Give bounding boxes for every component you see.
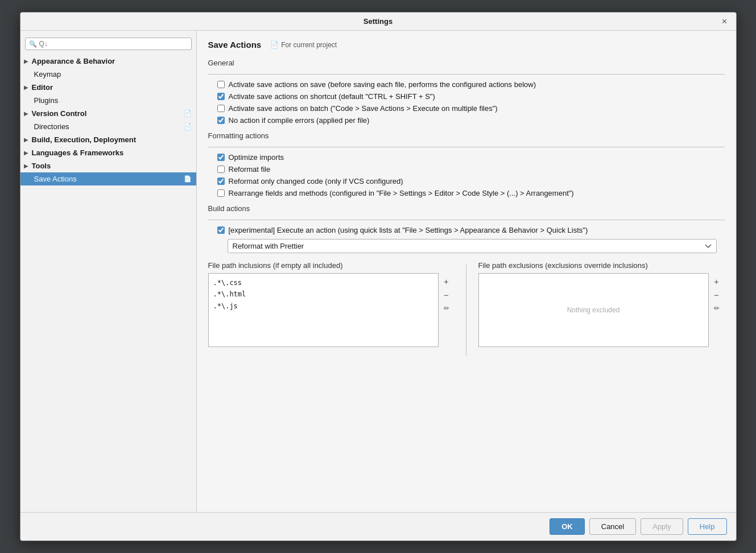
checkbox-row-cb2: Activate save actions on shortcut (defau… [208, 92, 725, 101]
dialog-title: Settings [363, 17, 393, 26]
exclusions-column: File path exclusions (exclusions overrid… [478, 261, 725, 356]
inclusions-edit-button[interactable]: ✏ [441, 303, 452, 314]
nav-item-label: Editor [32, 83, 53, 92]
build-label: Build actions [208, 204, 725, 213]
checkbox-cb3[interactable] [217, 105, 225, 112]
sidebar-item-directories[interactable]: Directories📄 [20, 120, 196, 133]
title-bar: Settings × [20, 13, 736, 31]
checkbox-cb9[interactable] [217, 226, 225, 234]
checkbox-label-cb4[interactable]: No action if compile errors (applied per… [229, 116, 370, 125]
checkbox-label-cb1[interactable]: Activate save actions on save (before sa… [229, 80, 536, 89]
nav-badge: 📄 [184, 110, 192, 117]
sidebar: 🔍 ▶Appearance & BehaviorKeymap▶EditorPlu… [20, 31, 197, 512]
checkbox-cb4[interactable] [217, 117, 225, 124]
ok-button[interactable]: OK [550, 518, 585, 535]
general-label: General [208, 59, 725, 67]
apply-button[interactable]: Apply [641, 518, 683, 535]
exclusions-remove-button[interactable]: − [711, 289, 722, 300]
build-section: Build actions [experimental] Execute an … [208, 204, 725, 253]
checkbox-label-cb7[interactable]: Reformat only changed code (only if VCS … [229, 177, 403, 185]
checkbox-cb1[interactable] [217, 81, 225, 88]
sidebar-item-editor[interactable]: ▶Editor [20, 81, 196, 94]
cancel-button[interactable]: Cancel [589, 518, 636, 535]
content-title: Save Actions [208, 40, 262, 49]
search-input[interactable] [39, 40, 188, 48]
formatting-checkboxes: Optimize importsReformat fileReformat on… [208, 153, 725, 197]
vertical-divider [466, 265, 466, 356]
nav-arrow-icon: ▶ [24, 110, 32, 117]
exclusions-add-button[interactable]: + [711, 275, 722, 287]
checkbox-cb2[interactable] [217, 93, 225, 100]
path-item: .*\.js [213, 300, 433, 312]
general-section: General Activate save actions on save (b… [208, 59, 725, 125]
nav-item-label: Plugins [34, 96, 59, 105]
sidebar-item-version-control[interactable]: ▶Version Control📄 [20, 107, 196, 120]
search-icon: 🔍 [29, 40, 37, 48]
sidebar-item-appearance[interactable]: ▶Appearance & Behavior [20, 55, 196, 68]
checkbox-label-cb5[interactable]: Optimize imports [229, 153, 284, 162]
checkbox-row-cb1: Activate save actions on save (before sa… [208, 80, 725, 89]
nav-item-label: Version Control [32, 109, 87, 118]
nav-item-label: Directories [34, 122, 69, 131]
help-button[interactable]: Help [688, 518, 727, 535]
sidebar-item-keymap[interactable]: Keymap [20, 68, 196, 81]
sidebar-item-save-actions[interactable]: Save Actions📄 [20, 172, 196, 185]
content-header: Save Actions 📄 For current project [208, 40, 725, 49]
general-divider [208, 74, 725, 75]
settings-dialog: Settings × 🔍 ▶Appearance & BehaviorKeyma… [20, 12, 737, 541]
sidebar-item-languages[interactable]: ▶Languages & Frameworks [20, 146, 196, 159]
action-dropdown[interactable]: Reformat with PrettierOptimize ImportsRe… [228, 239, 717, 253]
checkbox-row-cb8: Rearrange fields and methods (configured… [208, 189, 725, 197]
exclusions-buttons: + − ✏ [709, 273, 725, 347]
inclusions-remove-button[interactable]: − [441, 289, 452, 300]
sidebar-item-build[interactable]: ▶Build, Execution, Deployment [20, 133, 196, 146]
nav-arrow-icon: ▶ [24, 150, 32, 156]
nav-item-label: Languages & Frameworks [32, 148, 124, 157]
content-area: Save Actions 📄 For current project Gener… [197, 31, 736, 512]
dialog-body: 🔍 ▶Appearance & BehaviorKeymap▶EditorPlu… [20, 31, 736, 512]
inclusions-column: File path inclusions (if empty all inclu… [208, 261, 455, 356]
close-button[interactable]: × [719, 16, 730, 27]
checkbox-cb8[interactable] [217, 189, 225, 197]
checkbox-label-cb3[interactable]: Activate save actions on batch ("Code > … [229, 104, 498, 113]
checkbox-label-cb2[interactable]: Activate save actions on shortcut (defau… [229, 92, 435, 101]
formatting-section: Formatting actions Optimize importsRefor… [208, 131, 725, 197]
nav-item-label: Build, Execution, Deployment [32, 135, 136, 144]
checkbox-cb7[interactable] [217, 178, 225, 185]
checkbox-label-cb8[interactable]: Rearrange fields and methods (configured… [229, 189, 574, 197]
general-checkboxes: Activate save actions on save (before sa… [208, 80, 725, 125]
exclusions-placeholder: Nothing excluded [567, 277, 620, 343]
exclusions-box-container: Nothing excluded + − ✏ [478, 273, 725, 347]
checkbox-row-cb5: Optimize imports [208, 153, 725, 162]
inclusions-label: File path inclusions (if empty all inclu… [208, 261, 455, 270]
nav-badge: 📄 [184, 175, 192, 183]
nav-arrow-icon: ▶ [24, 84, 32, 90]
checkbox-label-cb6[interactable]: Reformat file [229, 165, 271, 174]
build-checkboxes: [experimental] Execute an action (using … [208, 226, 725, 234]
nav-badge: 📄 [184, 123, 192, 130]
formatting-label: Formatting actions [208, 131, 725, 140]
checkbox-cb5[interactable] [217, 154, 225, 161]
dropdown-container: Reformat with PrettierOptimize ImportsRe… [228, 239, 725, 253]
inclusions-add-button[interactable]: + [441, 275, 452, 287]
nav-item-label: Save Actions [34, 175, 77, 183]
checkbox-row-cb9: [experimental] Execute an action (using … [208, 226, 725, 234]
search-box[interactable]: 🔍 [25, 38, 192, 50]
project-icon: 📄 [270, 41, 279, 49]
exclusions-label: File path exclusions (exclusions overrid… [478, 261, 725, 270]
inclusions-list: .*\.css.*\.html.*\.js [208, 273, 439, 347]
checkbox-cb6[interactable] [217, 166, 225, 173]
nav-arrow-icon: ▶ [24, 163, 32, 169]
sidebar-item-plugins[interactable]: Plugins [20, 94, 196, 107]
nav-arrow-icon: ▶ [24, 137, 32, 143]
exclusions-edit-button[interactable]: ✏ [711, 303, 722, 314]
for-current-project: 📄 For current project [270, 41, 337, 49]
nav-arrow-icon: ▶ [24, 58, 32, 64]
dialog-footer: OK Cancel Apply Help [20, 512, 736, 540]
checkbox-row-cb7: Reformat only changed code (only if VCS … [208, 177, 725, 185]
checkbox-row-cb6: Reformat file [208, 165, 725, 174]
project-label: For current project [281, 41, 337, 49]
sidebar-item-tools[interactable]: ▶Tools [20, 159, 196, 172]
nav-item-label: Keymap [34, 70, 61, 79]
checkbox-label-cb9[interactable]: [experimental] Execute an action (using … [229, 226, 588, 234]
